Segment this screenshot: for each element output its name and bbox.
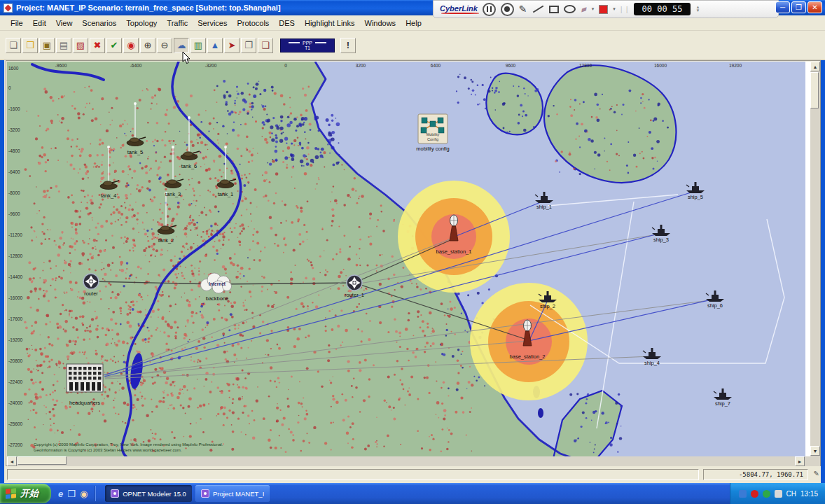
pen-tool-icon[interactable]: ✎ bbox=[519, 4, 527, 15]
open-project-icon: ❒ bbox=[26, 40, 34, 50]
app-icon[interactable] bbox=[4, 4, 13, 13]
open-project-button[interactable]: ❒ bbox=[22, 38, 38, 53]
link-dash-icon bbox=[289, 42, 300, 43]
save-project-button[interactable]: ▣ bbox=[39, 38, 55, 53]
menu-item-highlight-links[interactable]: Highlight Links bbox=[300, 17, 360, 29]
menu-item-view[interactable]: View bbox=[51, 17, 78, 29]
annotation-tool-button[interactable]: ▲ bbox=[207, 38, 223, 53]
tray-clock: 13:15 bbox=[800, 490, 818, 498]
status-tool-icons[interactable]: ✎ bbox=[814, 470, 819, 477]
svg-text:9600: 9600 bbox=[506, 63, 516, 68]
desktop-icon[interactable]: ❒ bbox=[67, 489, 76, 498]
view-results-button[interactable]: ❐ bbox=[241, 38, 256, 53]
taskbar-task-opnet-modeler-15-0[interactable]: OPNET Modeler 15.0 bbox=[105, 485, 192, 502]
svg-text:-17600: -17600 bbox=[8, 316, 23, 321]
svg-text:-14400: -14400 bbox=[8, 274, 23, 279]
node-label-tank_1: tank_1 bbox=[218, 191, 234, 197]
tray-antivirus-icon[interactable] bbox=[763, 490, 770, 498]
pen-size-caret-icon[interactable]: ▾ bbox=[592, 6, 595, 12]
vscroll-thumb[interactable] bbox=[810, 72, 819, 108]
color-swatch[interactable] bbox=[599, 5, 608, 14]
menu-item-protocols[interactable]: Protocols bbox=[232, 17, 274, 29]
zoom-in-button[interactable]: ⊕ bbox=[140, 38, 155, 53]
record-button[interactable] bbox=[501, 3, 514, 16]
menu-item-des[interactable]: DES bbox=[274, 17, 300, 29]
fail-selected-objects-button[interactable]: ✖ bbox=[90, 38, 105, 53]
svg-text:Mobility: Mobility bbox=[427, 132, 440, 136]
media-player-icon[interactable]: ◉ bbox=[80, 489, 88, 498]
node-label-backbone: backbone bbox=[206, 295, 229, 302]
menu-item-file[interactable]: File bbox=[6, 17, 28, 29]
new-project-icon: ❏ bbox=[9, 40, 18, 50]
map-canvas[interactable]: tank_5tank_6tank_4tank_3tank_1tank_2Mobi… bbox=[7, 62, 805, 456]
menu-item-help[interactable]: Help bbox=[401, 17, 427, 29]
node-mobility_config[interactable]: MobilityConfig bbox=[418, 114, 448, 144]
taskbar-task-project-manet-i[interactable]: Project MANET_I bbox=[195, 485, 270, 502]
vertical-scrollbar[interactable]: ▲ ▼ bbox=[810, 62, 820, 456]
tray-app-icon[interactable] bbox=[739, 490, 747, 498]
recover-selected-objects-button[interactable]: ✔ bbox=[106, 38, 122, 53]
go-to-parent-subnet-button[interactable]: ☁ bbox=[174, 38, 189, 53]
svg-text:0: 0 bbox=[284, 63, 287, 68]
scroll-right-button[interactable]: ► bbox=[795, 456, 805, 466]
recorder-collapse-icon[interactable]: ▲▼ bbox=[695, 6, 700, 13]
menu-item-scenarios[interactable]: Scenarios bbox=[77, 17, 121, 29]
stop-simulation-button[interactable]: ◉ bbox=[123, 38, 139, 53]
alert-button[interactable]: ! bbox=[340, 38, 356, 53]
zoom-in-icon: ⊕ bbox=[144, 40, 152, 50]
probe-tool-button[interactable]: ➤ bbox=[224, 38, 240, 53]
menu-item-traffic[interactable]: Traffic bbox=[162, 17, 193, 29]
node-label-base_station_1: base_station_1 bbox=[436, 248, 472, 255]
hscroll-thumb[interactable] bbox=[18, 456, 67, 465]
scroll-down-button[interactable]: ▼ bbox=[810, 446, 820, 456]
node-label-ship_6: ship_6 bbox=[707, 302, 723, 309]
tray-volume-icon[interactable] bbox=[775, 490, 782, 498]
ie-icon[interactable]: e bbox=[58, 489, 63, 498]
link-type-selector[interactable]: PPPT1 bbox=[280, 38, 335, 52]
svg-text:-9600: -9600 bbox=[55, 63, 67, 68]
print-icon: ▤ bbox=[60, 40, 68, 50]
svg-text:6400: 6400 bbox=[431, 63, 441, 68]
tray-cyberlink-icon[interactable] bbox=[751, 490, 758, 498]
menu-item-topology[interactable]: Topology bbox=[121, 17, 162, 29]
node-model-editor-button[interactable]: ▥ bbox=[190, 38, 206, 53]
start-button[interactable]: 开始 bbox=[0, 484, 51, 503]
print-button[interactable]: ▤ bbox=[56, 38, 71, 53]
marker-tool-icon[interactable]: | | bbox=[621, 5, 629, 13]
record-timer: 00 00 55 bbox=[634, 3, 691, 15]
restore-button[interactable]: ❐ bbox=[791, 1, 806, 13]
node-router_1[interactable] bbox=[347, 275, 362, 290]
svg-text:19200: 19200 bbox=[729, 63, 742, 68]
report-tool-button[interactable]: ❑ bbox=[258, 38, 273, 53]
tray-language[interactable]: CH bbox=[786, 490, 796, 498]
window-title: Project: MANET_IP Scenario: terrain_free… bbox=[16, 4, 281, 12]
svg-text:-6400: -6400 bbox=[8, 169, 20, 174]
ellipse-tool-icon[interactable] bbox=[564, 5, 576, 13]
line-tool-icon[interactable] bbox=[532, 6, 543, 13]
node-headquarters[interactable] bbox=[67, 364, 103, 392]
save-project-icon: ▣ bbox=[43, 40, 51, 50]
close-button[interactable]: ✕ bbox=[807, 1, 822, 13]
menu-item-services[interactable]: Services bbox=[193, 17, 232, 29]
horizontal-scrollbar[interactable]: ◄ ► bbox=[7, 456, 805, 466]
scroll-left-button[interactable]: ◄ bbox=[7, 456, 17, 466]
zoom-out-button[interactable]: ⊖ bbox=[157, 38, 172, 53]
minimize-button[interactable]: ─ bbox=[775, 1, 790, 13]
node-router[interactable] bbox=[83, 274, 99, 289]
menu-item-windows[interactable]: Windows bbox=[360, 17, 401, 29]
pause-button[interactable] bbox=[483, 3, 496, 16]
new-project-button[interactable]: ❏ bbox=[6, 38, 21, 53]
scrollbar-corner bbox=[805, 456, 820, 466]
rectangle-tool-icon[interactable] bbox=[549, 6, 559, 13]
svg-text:-22400: -22400 bbox=[8, 379, 23, 384]
object-palette-button[interactable]: ▨ bbox=[73, 38, 88, 53]
menu-item-edit[interactable]: Edit bbox=[28, 17, 51, 29]
color-caret-icon[interactable]: ▾ bbox=[613, 6, 616, 12]
pause-icon bbox=[487, 6, 492, 12]
mouse-cursor bbox=[182, 52, 192, 64]
eraser-tool-icon[interactable]: ▰ bbox=[579, 4, 588, 15]
svg-text:0: 0 bbox=[8, 85, 11, 90]
start-label: 开始 bbox=[20, 487, 39, 500]
scroll-up-button[interactable]: ▲ bbox=[810, 62, 820, 71]
probe-tool-icon: ➤ bbox=[228, 40, 236, 50]
